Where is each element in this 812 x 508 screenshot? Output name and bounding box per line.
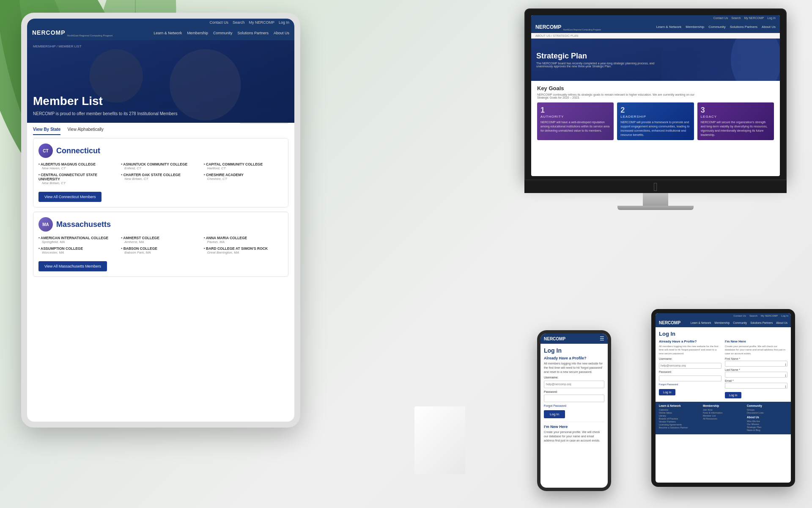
- goal-label-1: AUTHORITY: [540, 115, 610, 119]
- st-firstname-input[interactable]: [725, 361, 787, 367]
- mobile-login-button[interactable]: Log In: [544, 410, 565, 418]
- d-nav-learn[interactable]: Learn & Network: [656, 25, 682, 29]
- st-login[interactable]: Log In: [781, 315, 788, 317]
- st-mynercomp[interactable]: My NERCOMP: [761, 315, 778, 317]
- mobile-username-label: Username:: [544, 376, 604, 379]
- st-email-input[interactable]: [725, 383, 787, 389]
- tablet-home-button: [24, 212, 26, 229]
- mobile-username-input[interactable]: [544, 381, 604, 388]
- st-footer-link[interactable]: Boards of Practice: [659, 417, 700, 420]
- st-username-label: Username:: [659, 357, 721, 360]
- imac-screen: Contact Us Search My NERCOMP Log In NERC…: [531, 15, 780, 176]
- tablet-nav-links: Learn & Network Membership Community Sol…: [154, 31, 289, 35]
- key-goals-section: Key Goals NERCOMP continually refines it…: [531, 81, 780, 144]
- desktop-hero-title: Strategic Plan: [536, 52, 775, 61]
- st-footer-link[interactable]: Join Now: [703, 409, 743, 411]
- st-footer-link[interactable]: Become a Solutions Partner: [659, 426, 700, 429]
- mobile-new-title: I'm New Here: [544, 425, 604, 429]
- st-footer-link[interactable]: Library: [659, 414, 700, 417]
- st-footer-link[interactable]: Who We Are: [747, 420, 787, 422]
- st-nav-solutions[interactable]: Solutions Partners: [750, 321, 773, 324]
- tab-alphabetically[interactable]: View Alphabetically: [67, 127, 103, 135]
- desktop-logo: NERCOMP NorthEast Regional Computing Pro…: [535, 23, 601, 31]
- mobile-forgot-password[interactable]: Forgot Password: [544, 404, 604, 407]
- tablet-top-nav: Contact Us Search My NERCOMP Log In: [27, 19, 294, 26]
- st-footer-link[interactable]: Vendor Partners: [659, 420, 700, 423]
- st-footer-link[interactable]: Strategic Plan: [747, 426, 787, 428]
- d-nav-solutions[interactable]: Solutions Partners: [730, 25, 757, 29]
- st-login-button[interactable]: Log In: [659, 389, 675, 395]
- goal-card-3: 3 LEGACY NERCOMP will secure the organiz…: [697, 102, 774, 140]
- st-footer-link[interactable]: Licensing Agreements: [659, 423, 700, 426]
- connecticut-section: CT Connecticut ALBERTUS MAGNUS COLLEGE N…: [33, 138, 288, 207]
- login-link[interactable]: Log In: [279, 20, 289, 25]
- imac-stand: [643, 193, 668, 206]
- view-all-ct-button[interactable]: View All Connecticut Members: [38, 192, 102, 202]
- small-tablet-device: Contact Us Search My NERCOMP Log In NERC…: [651, 309, 795, 487]
- st-nav-community[interactable]: Community: [733, 321, 747, 324]
- st-footer-link[interactable]: Groups: [747, 409, 787, 411]
- d-nav-membership[interactable]: Membership: [686, 25, 704, 29]
- goal-label-3: LEGACY: [701, 115, 771, 119]
- st-footer-link[interactable]: Discussion Lists: [747, 411, 787, 414]
- desktop-hero-subtitle: The NERCOMP board has recently completed…: [536, 62, 655, 68]
- st-footer-link[interactable]: News & Blog: [747, 429, 787, 431]
- st-footer-link[interactable]: Our Mission: [747, 423, 787, 425]
- st-nav-learn[interactable]: Learn & Network: [691, 321, 711, 324]
- st-nav-about[interactable]: About Us: [776, 321, 787, 324]
- st-password-input[interactable]: [659, 375, 721, 381]
- list-item: ALBERTUS MAGNUS COLLEGE New Haven, CT: [38, 162, 118, 170]
- state-badge-ma: MA: [38, 217, 53, 232]
- d-contact-link[interactable]: Contact Us: [713, 17, 728, 19]
- st-username-input[interactable]: [659, 363, 721, 369]
- goal-text-1: NERCOMP will have a well-developed reput…: [540, 120, 610, 133]
- st-login-body: Log In Already Have a Profile? All membe…: [656, 327, 791, 402]
- desktop-device: Contact Us Search My NERCOMP Log In NERC…: [524, 8, 787, 210]
- view-tabs: View By State View Alphabetically: [33, 123, 104, 138]
- st-lastname-input[interactable]: [725, 372, 787, 378]
- nav-about[interactable]: About Us: [274, 31, 289, 35]
- mobile-menu-icon[interactable]: ☰: [600, 336, 604, 342]
- nav-learn-network[interactable]: Learn & Network: [154, 31, 182, 35]
- d-login-link[interactable]: Log In: [768, 17, 776, 19]
- small-tablet-screen: Contact Us Search My NERCOMP Log In NERC…: [656, 313, 791, 483]
- st-footer-col-3: Community Groups Discussion Lists About …: [747, 404, 787, 432]
- st-footer-link[interactable]: Online Ideas: [659, 411, 700, 414]
- mobile-password-input[interactable]: [544, 395, 604, 402]
- d-mynercomp-link[interactable]: My NERCOMP: [744, 17, 764, 19]
- massachusetts-section: MA Massachusetts AMERICAN INTERNATIONAL …: [33, 212, 288, 277]
- list-item: AMHERST COLLEGE Amherst, MA: [121, 236, 200, 244]
- d-nav-community[interactable]: Community: [708, 25, 725, 29]
- st-new-col: I'm New Here Create your personal profil…: [725, 340, 787, 398]
- mobile-existing-sub: All members logging into the new website…: [544, 362, 604, 374]
- desktop-nav-links: Learn & Network Membership Community Sol…: [656, 25, 776, 29]
- st-new-login-button[interactable]: Log In: [725, 392, 741, 398]
- view-all-ma-button[interactable]: View All Massachusetts Members: [38, 261, 107, 271]
- st-forgot-password[interactable]: Forgot Password: [659, 383, 721, 386]
- st-footer-link[interactable]: Fees & Information: [703, 411, 743, 414]
- d-search-link[interactable]: Search: [731, 17, 741, 19]
- contact-us-link[interactable]: Contact Us: [209, 20, 228, 25]
- st-footer-link[interactable]: Calendar: [659, 409, 700, 411]
- d-nav-about[interactable]: About Us: [762, 25, 776, 29]
- nav-community[interactable]: Community: [213, 31, 233, 35]
- st-firstname-wrapper: ℹ: [725, 361, 787, 368]
- goal-number-3: 3: [701, 106, 771, 115]
- st-contact[interactable]: Contact Us: [733, 315, 746, 317]
- st-footer-link[interactable]: All Resources: [703, 417, 743, 420]
- nav-solutions[interactable]: Solutions Partners: [237, 31, 269, 35]
- ma-schools-grid: AMERICAN INTERNATIONAL COLLEGE Springfie…: [38, 236, 283, 257]
- st-search[interactable]: Search: [749, 315, 757, 317]
- st-login-title: Log In: [659, 331, 787, 337]
- st-footer-link[interactable]: Member List: [703, 414, 743, 417]
- tablet-logo: NERCOMP NorthEast Regional Computing Pro…: [32, 29, 112, 37]
- tab-by-state[interactable]: View By State: [33, 127, 60, 135]
- desktop-top-nav: Contact Us Search My NERCOMP Log In: [531, 15, 780, 21]
- st-nav-membership[interactable]: Membership: [714, 321, 730, 324]
- tablet-content: View By State View Alphabetically Showin…: [27, 123, 294, 281]
- nav-membership[interactable]: Membership: [187, 31, 208, 35]
- my-nercomp-link[interactable]: My NERCOMP: [249, 20, 274, 25]
- apple-logo: : [524, 180, 787, 193]
- search-link[interactable]: Search: [233, 20, 245, 25]
- tablet-device: Contact Us Search My NERCOMP Log In NERC…: [21, 13, 300, 428]
